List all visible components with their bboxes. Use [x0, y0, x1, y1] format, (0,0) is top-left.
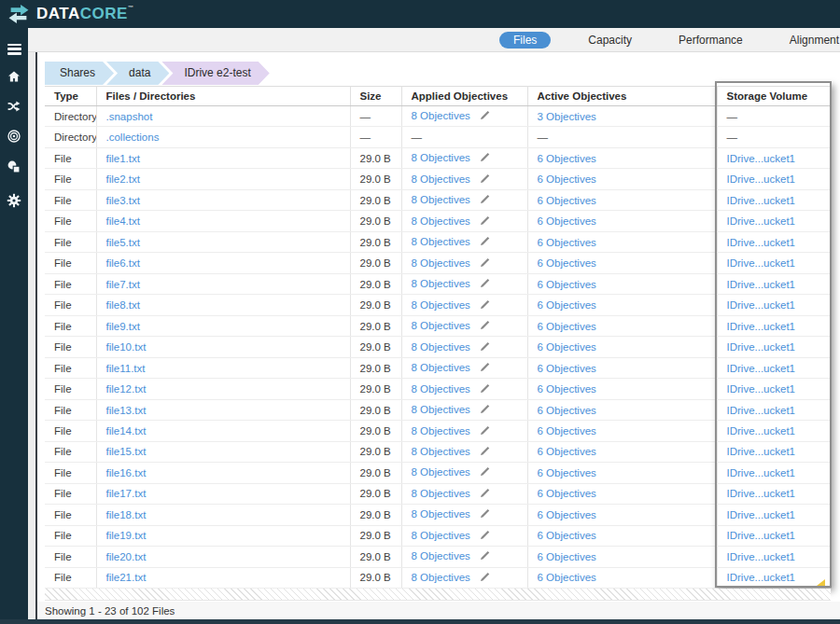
- edit-objectives-icon[interactable]: [480, 173, 490, 186]
- file-name-link[interactable]: file18.txt: [106, 509, 147, 520]
- edit-objectives-icon[interactable]: [480, 362, 490, 374]
- applied-objectives-link[interactable]: 8 Objectives: [412, 341, 470, 353]
- file-name-link[interactable]: file15.txt: [106, 446, 147, 457]
- storage-volume-link[interactable]: IDrive...ucket1: [727, 405, 796, 416]
- storage-volume-link[interactable]: IDrive...ucket1: [727, 257, 796, 269]
- edit-objectives-icon[interactable]: [480, 508, 490, 520]
- edit-objectives-icon[interactable]: [480, 383, 490, 395]
- file-name-link[interactable]: file6.txt: [106, 257, 140, 269]
- edit-objectives-icon[interactable]: [480, 404, 490, 416]
- active-objectives-link[interactable]: 6 Objectives: [538, 425, 596, 437]
- file-name-link[interactable]: file16.txt: [106, 467, 147, 478]
- storage-volume-link[interactable]: IDrive...ucket1: [727, 509, 796, 520]
- storage-volume-link[interactable]: IDrive...ucket1: [727, 383, 796, 395]
- file-name-link[interactable]: file14.txt: [106, 425, 147, 437]
- applied-objectives-link[interactable]: 8 Objectives: [412, 278, 470, 289]
- storage-volume-link[interactable]: IDrive...ucket1: [727, 363, 796, 374]
- data-movement-icon[interactable]: [6, 98, 22, 115]
- storage-volume-link[interactable]: IDrive...ucket1: [727, 341, 796, 353]
- active-objectives-link[interactable]: 6 Objectives: [538, 195, 596, 206]
- active-objectives-link[interactable]: 6 Objectives: [538, 467, 596, 478]
- applied-objectives-link[interactable]: 8 Objectives: [412, 194, 470, 205]
- column-header-active-objectives[interactable]: Active Objectives: [527, 87, 717, 106]
- active-objectives-link[interactable]: 6 Objectives: [538, 405, 596, 416]
- file-name-link[interactable]: file10.txt: [106, 341, 147, 353]
- active-objectives-link[interactable]: 6 Objectives: [538, 383, 596, 395]
- breadcrumb-item-data[interactable]: data: [106, 62, 169, 85]
- file-name-link[interactable]: file2.txt: [106, 173, 140, 185]
- file-name-link[interactable]: file8.txt: [106, 299, 140, 311]
- volumes-icon[interactable]: [6, 159, 22, 175]
- storage-volume-link[interactable]: IDrive...ucket1: [727, 572, 796, 583]
- menu-icon[interactable]: [6, 36, 22, 53]
- applied-objectives-link[interactable]: 8 Objectives: [412, 508, 470, 520]
- file-name-link[interactable]: file11.txt: [106, 363, 146, 374]
- objectives-icon[interactable]: [6, 128, 22, 145]
- active-objectives-link[interactable]: 6 Objectives: [538, 509, 596, 520]
- file-name-link[interactable]: file5.txt: [106, 237, 140, 248]
- home-icon[interactable]: [6, 68, 22, 85]
- storage-volume-link[interactable]: IDrive...ucket1: [727, 446, 796, 457]
- storage-volume-link[interactable]: IDrive...ucket1: [727, 551, 796, 562]
- applied-objectives-link[interactable]: 8 Objectives: [412, 152, 470, 163]
- file-name-link[interactable]: file7.txt: [106, 279, 140, 290]
- applied-objectives-link[interactable]: 8 Objectives: [412, 572, 470, 583]
- applied-objectives-link[interactable]: 8 Objectives: [412, 173, 470, 185]
- file-name-link[interactable]: file12.txt: [106, 383, 147, 395]
- settings-icon[interactable]: [6, 192, 22, 209]
- storage-volume-link[interactable]: IDrive...ucket1: [727, 299, 796, 311]
- storage-volume-link[interactable]: IDrive...ucket1: [727, 321, 796, 332]
- applied-objectives-link[interactable]: 8 Objectives: [412, 383, 470, 395]
- file-name-link[interactable]: .collections: [106, 132, 160, 143]
- edit-objectives-icon[interactable]: [480, 110, 490, 122]
- edit-objectives-icon[interactable]: [480, 299, 490, 312]
- edit-objectives-icon[interactable]: [480, 215, 490, 228]
- applied-objectives-link[interactable]: 8 Objectives: [412, 425, 470, 437]
- storage-volume-link[interactable]: IDrive...ucket1: [727, 425, 796, 437]
- active-objectives-link[interactable]: 6 Objectives: [538, 279, 596, 290]
- applied-objectives-link[interactable]: 8 Objectives: [412, 466, 470, 478]
- applied-objectives-link[interactable]: 8 Objectives: [412, 404, 470, 415]
- edit-objectives-icon[interactable]: [480, 320, 490, 332]
- active-objectives-link[interactable]: 6 Objectives: [538, 321, 596, 332]
- breadcrumb-item-idrive-e2-test[interactable]: IDrive e2-test: [161, 62, 269, 85]
- applied-objectives-link[interactable]: 8 Objectives: [412, 550, 470, 562]
- applied-objectives-link[interactable]: 8 Objectives: [412, 446, 470, 457]
- file-name-link[interactable]: file17.txt: [106, 488, 147, 499]
- edit-objectives-icon[interactable]: [480, 236, 490, 248]
- applied-objectives-link[interactable]: 8 Objectives: [412, 320, 470, 331]
- active-objectives-link[interactable]: 6 Objectives: [538, 446, 596, 457]
- applied-objectives-link[interactable]: 8 Objectives: [412, 110, 470, 121]
- active-objectives-link[interactable]: 6 Objectives: [538, 173, 596, 185]
- storage-volume-link[interactable]: IDrive...ucket1: [727, 488, 796, 499]
- tab-performance[interactable]: Performance: [669, 32, 752, 49]
- storage-volume-link[interactable]: IDrive...ucket1: [727, 530, 796, 541]
- breadcrumb-item-shares[interactable]: Shares: [45, 62, 114, 85]
- file-name-link[interactable]: file13.txt: [106, 405, 147, 416]
- edit-objectives-icon[interactable]: [480, 425, 490, 437]
- active-objectives-link[interactable]: 6 Objectives: [538, 215, 596, 227]
- edit-objectives-icon[interactable]: [480, 152, 490, 164]
- file-name-link[interactable]: file9.txt: [106, 321, 140, 332]
- tab-alignment[interactable]: Alignment: [780, 32, 840, 49]
- applied-objectives-link[interactable]: 8 Objectives: [412, 215, 470, 227]
- column-header-applied-objectives[interactable]: Applied Objectives: [401, 87, 527, 106]
- edit-objectives-icon[interactable]: [480, 446, 490, 458]
- applied-objectives-link[interactable]: 8 Objectives: [412, 299, 470, 311]
- edit-objectives-icon[interactable]: [480, 572, 490, 584]
- applied-objectives-link[interactable]: 8 Objectives: [412, 236, 470, 247]
- active-objectives-link[interactable]: 6 Objectives: [538, 551, 596, 562]
- applied-objectives-link[interactable]: 8 Objectives: [412, 530, 470, 541]
- column-header-type[interactable]: Type: [45, 87, 96, 106]
- file-name-link[interactable]: file19.txt: [106, 530, 147, 541]
- column-header-size[interactable]: Size: [350, 87, 401, 106]
- active-objectives-link[interactable]: 6 Objectives: [538, 572, 596, 583]
- storage-volume-link[interactable]: IDrive...ucket1: [727, 467, 796, 478]
- storage-volume-link[interactable]: IDrive...ucket1: [727, 195, 796, 206]
- active-objectives-link[interactable]: 6 Objectives: [538, 257, 596, 269]
- applied-objectives-link[interactable]: 8 Objectives: [412, 488, 470, 499]
- active-objectives-link[interactable]: 6 Objectives: [538, 341, 596, 353]
- tab-capacity[interactable]: Capacity: [579, 32, 641, 49]
- edit-objectives-icon[interactable]: [480, 194, 490, 206]
- file-name-link[interactable]: file1.txt: [106, 153, 140, 164]
